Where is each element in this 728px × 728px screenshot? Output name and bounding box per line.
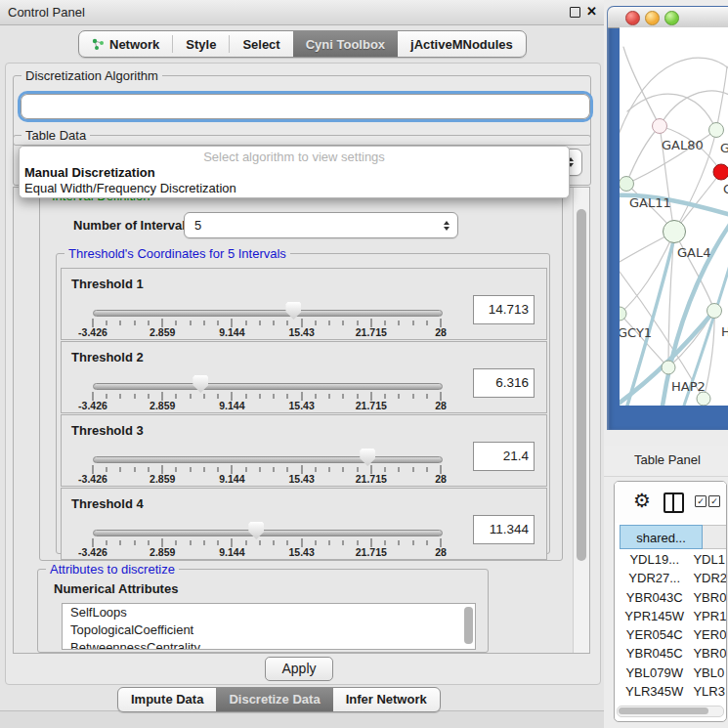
slider-thumb[interactable] — [193, 375, 208, 393]
close-icon[interactable]: ✕ — [586, 4, 597, 19]
threshold-value-field[interactable]: 14.713 — [473, 295, 535, 324]
table-hscrollbar-track[interactable] — [617, 706, 724, 717]
table-row[interactable]: YBR045CYBR0 — [620, 644, 726, 663]
network-node[interactable] — [662, 361, 675, 374]
table-row[interactable]: YPR145WYPR1 — [620, 607, 726, 625]
attributes-group-label: Attributes to discretize — [46, 562, 179, 577]
tab-cyni-toolbox[interactable]: Cyni Toolbox — [293, 31, 398, 57]
threshold-row: Threshold 1-3.4262.8599.14415.4321.71528… — [61, 268, 547, 340]
checkbox-icon[interactable]: ✓ — [708, 495, 720, 507]
slider-axis-labels: -3.4262.8599.14415.4321.71528 — [93, 473, 441, 485]
control-panel-window: Control Panel ✕ Network Style Select Cyn… — [0, 0, 605, 711]
slider-thumb[interactable] — [360, 449, 375, 466]
threshold-slider[interactable]: -3.4262.8599.14415.4321.71528 — [93, 308, 441, 337]
tab-select-label: Select — [242, 37, 279, 52]
control-panel-titlebar: Control Panel ✕ — [0, 0, 604, 25]
table-row[interactable]: YER054CYER0 — [620, 625, 726, 644]
slider-track[interactable] — [93, 456, 443, 463]
table-row[interactable]: YBL079WYBL0 — [620, 664, 726, 682]
table-panel: ⚙ ✓ ✓ shared... n YDL19...YDL1YDR27...YD… — [614, 481, 727, 722]
cell-name: YDL1 — [689, 550, 726, 569]
algorithm-hint-option[interactable]: Select algorithm to view settings — [20, 150, 569, 164]
minimize-traffic-light-icon[interactable] — [645, 11, 660, 25]
checkbox-icon[interactable]: ✓ — [695, 495, 707, 507]
threshold-slider[interactable]: -3.4262.8599.14415.4321.71528 — [93, 381, 441, 410]
number-of-intervals-value: 5 — [194, 218, 201, 233]
split-columns-icon[interactable] — [664, 492, 684, 513]
network-node[interactable] — [709, 123, 724, 138]
slider-axis-labels: -3.4262.8599.14415.4321.71528 — [93, 326, 441, 338]
right-region: GAL80GACGAL11GAL4GCY1HHAP2 Table Panel ⚙… — [604, 0, 728, 728]
table-row[interactable]: YBR043CYBR0 — [620, 588, 726, 607]
top-tab-bar: Network Style Select Cyni Toolbox jActiv… — [78, 30, 527, 58]
tab-cyni-toolbox-label: Cyni Toolbox — [306, 37, 385, 52]
close-traffic-light-icon[interactable] — [625, 11, 640, 25]
slider-thumb[interactable] — [248, 522, 264, 539]
network-node[interactable] — [664, 221, 686, 243]
numerical-attributes-list[interactable]: SelfLoopsTopologicalCoefficientBetweenne… — [62, 603, 476, 650]
table-panel-titlebar: Table Panel — [604, 446, 728, 477]
network-node-label: GCY1 — [620, 325, 652, 340]
threshold-value-field[interactable]: 11.344 — [473, 515, 535, 544]
tab-infer-network[interactable]: Infer Network — [333, 688, 440, 711]
tab-style-label: Style — [186, 37, 216, 52]
network-edge — [620, 314, 668, 367]
tab-network-label: Network — [109, 37, 159, 52]
threshold-slider[interactable]: -3.4262.8599.14415.4321.71528 — [93, 454, 441, 484]
slider-thumb[interactable] — [285, 302, 301, 320]
network-node[interactable] — [653, 119, 667, 134]
algorithm-combobox[interactable] — [21, 94, 590, 119]
tab-discretize-data[interactable]: Discretize Data — [216, 688, 332, 711]
cell-shared-name: YBR043C — [620, 588, 689, 607]
tab-impute-data[interactable]: Impute Data — [118, 688, 216, 711]
network-node-label: HAP2 — [671, 379, 706, 394]
attribute-list-item[interactable]: TopologicalCoefficient — [63, 621, 475, 639]
float-window-icon[interactable] — [570, 7, 580, 18]
table-rows: YDL19...YDL1YDR27...YDR2YBR043CYBR0YPR14… — [620, 550, 726, 707]
tab-jactivemnodules[interactable]: jActiveMNodules — [398, 31, 526, 57]
gear-icon[interactable]: ⚙ — [633, 489, 651, 512]
network-node[interactable] — [713, 164, 728, 180]
network-node[interactable] — [707, 304, 722, 319]
table-row[interactable]: YDR27...YDR2 — [620, 569, 726, 587]
algorithm-option-manual[interactable]: Manual Discretization — [24, 165, 155, 180]
threshold-row: Threshold 2-3.4262.8599.14415.4321.71528… — [61, 341, 547, 413]
network-edge — [626, 126, 660, 184]
table-row[interactable]: YLR345WYLR3 — [620, 682, 726, 701]
network-node[interactable] — [697, 392, 710, 406]
zoom-traffic-light-icon[interactable] — [664, 11, 679, 25]
apply-button[interactable]: Apply — [265, 657, 333, 681]
threshold-row: Threshold 4-3.4262.8599.14415.4321.71528… — [61, 488, 547, 560]
settings-scrollbar-track[interactable] — [573, 188, 589, 653]
threshold-value-field[interactable]: 21.4 — [473, 442, 535, 471]
column-header-name[interactable]: n — [703, 525, 727, 549]
threshold-row: Threshold 3-3.4262.8599.14415.4321.71528… — [61, 414, 547, 487]
number-of-intervals-combobox[interactable]: 5 — [184, 212, 458, 238]
attribute-list-item[interactable]: SelfLoops — [63, 604, 475, 621]
attribute-list-item[interactable]: BetweennessCentrality — [63, 639, 475, 650]
network-window-titlebar — [608, 7, 728, 28]
network-node-label: GA — [720, 141, 728, 155]
column-header-shared[interactable]: shared... — [620, 525, 703, 549]
tab-style[interactable]: Style — [173, 31, 229, 57]
slider-track[interactable] — [93, 383, 443, 390]
thresholds-group: Threshold's Coordinates for 5 Intervals … — [56, 253, 550, 554]
cell-shared-name: YDR27... — [620, 569, 689, 587]
cell-name: YBR0 — [689, 588, 726, 607]
network-node-label: GAL11 — [629, 195, 671, 210]
slider-track[interactable] — [93, 310, 443, 317]
network-node[interactable] — [620, 177, 634, 192]
table-hscrollbar-thumb[interactable] — [619, 707, 708, 714]
tab-select[interactable]: Select — [230, 31, 292, 57]
threshold-slider[interactable]: -3.4262.8599.14415.4321.71528 — [93, 528, 441, 557]
slider-track[interactable] — [93, 530, 443, 536]
algorithm-option-equal-width[interactable]: Equal Width/Frequency Discretization — [24, 181, 236, 195]
table-row[interactable]: YDL19...YDL1 — [620, 550, 726, 569]
network-canvas[interactable]: GAL80GACGAL11GAL4GCY1HHAP2 — [620, 27, 728, 406]
network-node-label: GAL80 — [662, 138, 704, 152]
threshold-value-field[interactable]: 6.316 — [473, 368, 535, 398]
settings-scrollbar-thumb[interactable] — [577, 209, 586, 561]
attributes-scrollbar[interactable] — [464, 607, 473, 644]
discretization-algorithm-group-label: Discretization Algorithm — [21, 68, 162, 83]
tab-network[interactable]: Network — [79, 31, 172, 57]
